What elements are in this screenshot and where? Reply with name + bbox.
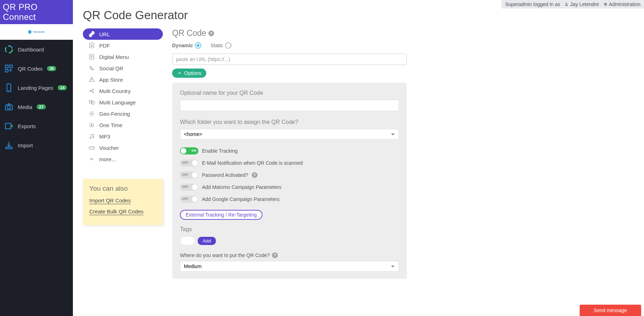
main-content: QR Code Generator URL PDF Digital Menu S…: [73, 0, 644, 287]
user-link[interactable]: Jay Letendre: [564, 1, 599, 7]
tag-input[interactable]: [180, 236, 195, 245]
options-panel: Optional name for your QR Code Which fol…: [172, 83, 407, 279]
nav-media[interactable]: Media 27: [0, 97, 73, 116]
toggle-password-row: OFF Password Activated? ?: [180, 171, 399, 179]
radio-unchecked-icon: [225, 42, 231, 49]
add-tag-button[interactable]: Add: [198, 237, 216, 245]
options-toggle-button[interactable]: Options: [172, 69, 206, 78]
nav-landing-pages[interactable]: Landing Pages 14: [0, 78, 73, 97]
type-one-time[interactable]: 1 One Time: [83, 119, 163, 131]
import-icon: [4, 141, 14, 150]
folder-select[interactable]: <home>: [180, 129, 399, 140]
svg-rect-7: [5, 69, 8, 72]
nav-exports[interactable]: Exports: [0, 116, 73, 136]
name-label: Optional name for your QR Code: [180, 90, 399, 96]
dynamic-radio[interactable]: Dynamic: [172, 42, 201, 49]
one-time-icon: 1: [89, 122, 95, 128]
svg-point-12: [7, 106, 11, 109]
touchless-logo: TOUCHLESS: [26, 28, 47, 36]
toggle-matomo[interactable]: OFF: [180, 184, 198, 191]
toggle-google[interactable]: OFF: [180, 196, 198, 203]
svg-point-25: [92, 92, 94, 93]
svg-rect-14: [6, 147, 12, 148]
svg-rect-6: [10, 65, 12, 68]
type-geo-fencing[interactable]: Geo-Fencing: [83, 108, 163, 119]
toggle-google-row: OFF Add Google Campaign Parameters: [180, 196, 399, 203]
nav-qr-codes[interactable]: QR Codes 36: [0, 59, 73, 78]
chevron-up-icon: [177, 71, 182, 76]
type-url[interactable]: URL: [83, 28, 163, 40]
tags-row: Add: [180, 236, 399, 245]
type-digital-menu[interactable]: Digital Menu: [83, 51, 163, 62]
folder-label: Which folder you want to assign the QR C…: [180, 119, 399, 125]
svg-text:TOUCHLESS: TOUCHLESS: [33, 31, 45, 33]
type-voucher[interactable]: Voucher: [83, 142, 163, 153]
language-icon: [89, 99, 95, 105]
svg-rect-33: [89, 147, 94, 149]
voucher-icon: [89, 145, 95, 151]
nav-import[interactable]: Import: [0, 136, 73, 155]
you-can-also-box: You can also Import QR Codes Create Bulk…: [83, 179, 163, 225]
gear-icon: [603, 2, 607, 6]
qr-name-input[interactable]: [180, 100, 399, 111]
svg-rect-1: [28, 31, 31, 33]
static-radio[interactable]: Static: [211, 42, 231, 49]
type-multi-language[interactable]: Multi Language: [83, 97, 163, 108]
svg-point-28: [91, 113, 93, 115]
toggle-password[interactable]: OFF: [180, 171, 198, 179]
help-icon[interactable]: ?: [272, 252, 278, 258]
svg-text:1: 1: [91, 124, 92, 127]
camera-icon: [4, 102, 14, 111]
export-icon: [4, 121, 14, 131]
svg-rect-5: [5, 65, 8, 68]
toggle-matomo-row: OFF Add Matomo Campaign Parameters: [180, 184, 399, 191]
page-title: QR Code Generator: [83, 9, 634, 22]
url-input[interactable]: [172, 54, 407, 65]
create-bulk-link[interactable]: Create Bulk QR Codes: [89, 208, 156, 214]
landing-pages-badge: 14: [58, 85, 67, 90]
media-badge: 27: [37, 104, 46, 109]
toggle-tracking[interactable]: ON: [180, 147, 198, 154]
app-store-icon: [89, 76, 95, 83]
type-multi-country[interactable]: Multi Country: [83, 85, 163, 97]
dashboard-icon: [4, 45, 14, 54]
where-label: Where do you want to put the QR Code? ?: [180, 252, 399, 258]
svg-point-31: [90, 137, 91, 138]
type-more[interactable]: more...: [83, 153, 163, 165]
logo-container: TOUCHLESS: [0, 24, 73, 40]
import-qr-link[interactable]: Import QR Codes: [89, 197, 156, 203]
you-can-also-title: You can also: [89, 185, 156, 192]
external-tracking-button[interactable]: External Tracking / Re-Targeting: [180, 210, 262, 220]
tags-label: Tags: [180, 226, 399, 233]
geo-icon: [89, 110, 95, 117]
country-icon: [89, 88, 95, 94]
form-column: QR Code ? Dynamic Static Options Opt: [172, 28, 407, 279]
toggle-email[interactable]: OFF: [180, 159, 198, 167]
qr-codes-badge: 36: [47, 66, 56, 71]
qr-icon: [4, 64, 14, 73]
nav-dashboard[interactable]: Dashboard: [0, 40, 73, 59]
type-app-store[interactable]: App Store: [83, 74, 163, 85]
type-mp3[interactable]: MP3: [83, 131, 163, 142]
svg-point-21: [92, 69, 94, 70]
qr-type-radio-row: Dynamic Static: [172, 42, 407, 49]
toggle-tracking-row: ON Enable Tracking: [180, 147, 399, 154]
type-pdf[interactable]: PDF: [83, 40, 163, 51]
type-social-qr[interactable]: Social QR: [83, 62, 163, 74]
topbar: Superadmin logged in as Jay Letendre Adm…: [501, 0, 644, 9]
sidebar: QR PRO Connect TOUCHLESS Dashboard QR Co…: [0, 0, 73, 287]
svg-point-20: [90, 66, 92, 68]
user-icon: [564, 2, 569, 6]
where-select[interactable]: Medium: [180, 261, 399, 272]
svg-point-24: [92, 89, 94, 90]
menu-icon: [89, 54, 95, 60]
phone-icon: [4, 83, 14, 92]
pdf-icon: [89, 42, 95, 49]
help-icon[interactable]: ?: [208, 31, 214, 36]
logged-in-as-text: Superadmin logged in as: [505, 1, 560, 7]
link-icon: [89, 31, 95, 37]
administration-link[interactable]: Administration: [603, 1, 640, 7]
help-icon[interactable]: ?: [252, 172, 257, 178]
svg-rect-13: [5, 123, 11, 129]
radio-checked-icon: [195, 42, 201, 49]
